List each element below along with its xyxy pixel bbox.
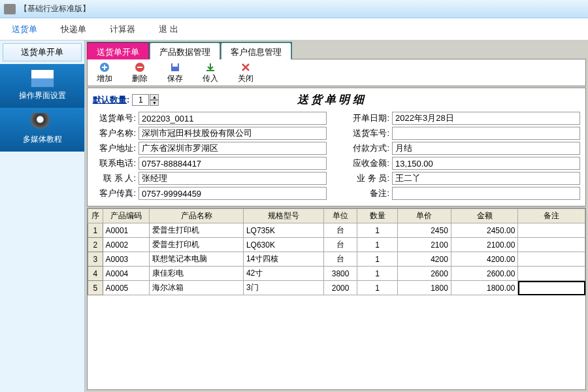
- headphone-icon: [31, 113, 54, 131]
- detail-table[interactable]: 序 产品编码 产品名称 规格型号 单位 数量 单价 金额 备注 1A0001爱普…: [88, 208, 585, 295]
- delete-icon: [133, 61, 146, 73]
- cell-seq[interactable]: 2: [88, 238, 103, 252]
- grid-icon: [31, 69, 54, 88]
- menu-delivery[interactable]: 送货单: [0, 18, 49, 41]
- delete-button[interactable]: 删除: [127, 61, 153, 84]
- cell-remark[interactable]: [518, 281, 585, 295]
- cell-unit[interactable]: 3800: [323, 267, 357, 281]
- import-button[interactable]: 传入: [197, 61, 223, 84]
- table-row[interactable]: 1A0001爱普生打印机LQ735K台124502450.00: [88, 223, 585, 238]
- vehicle-input[interactable]: [392, 127, 580, 140]
- cell-unit[interactable]: 台: [323, 252, 357, 267]
- cell-code[interactable]: A0001: [103, 223, 150, 238]
- customer-name-input[interactable]: [139, 127, 327, 140]
- cell-code[interactable]: A0003: [103, 252, 150, 267]
- col-amount[interactable]: 金额: [451, 209, 518, 223]
- table-row[interactable]: 5A0005海尔冰箱3门2000118001800.00: [88, 281, 585, 295]
- col-spec[interactable]: 规格型号: [243, 209, 323, 223]
- add-icon: [98, 61, 111, 73]
- sidebar-item-ui-settings[interactable]: 操作界面设置: [0, 64, 84, 108]
- cell-spec[interactable]: 14寸四核: [243, 252, 323, 267]
- cell-code[interactable]: A0002: [103, 238, 150, 252]
- cell-code[interactable]: A0004: [103, 267, 150, 281]
- contact-input[interactable]: [139, 172, 327, 185]
- remark-input[interactable]: [392, 187, 580, 200]
- detail-table-wrap: 序 产品编码 产品名称 规格型号 单位 数量 单价 金额 备注 1A0001爱普…: [87, 208, 586, 390]
- cell-name[interactable]: 海尔冰箱: [150, 281, 244, 295]
- cell-seq[interactable]: 1: [88, 223, 103, 238]
- cell-qty[interactable]: 1: [357, 267, 398, 281]
- cell-name[interactable]: 联想笔记本电脑: [150, 252, 244, 267]
- cell-name[interactable]: 爱普生打印机: [150, 238, 244, 252]
- cell-remark[interactable]: [518, 238, 585, 252]
- cell-price[interactable]: 2100: [397, 238, 451, 252]
- cell-name[interactable]: 康佳彩电: [150, 267, 244, 281]
- cell-unit[interactable]: 2000: [323, 281, 357, 295]
- titlebar: 【基础行业标准版】: [0, 0, 588, 18]
- cell-price[interactable]: 4200: [397, 252, 451, 267]
- receivable-input[interactable]: [392, 157, 580, 170]
- cell-seq[interactable]: 4: [88, 267, 103, 281]
- cell-qty[interactable]: 1: [357, 252, 398, 267]
- cell-remark[interactable]: [518, 267, 585, 281]
- cell-qty[interactable]: 1: [357, 238, 398, 252]
- fax-input[interactable]: [139, 187, 327, 200]
- cell-remark[interactable]: [518, 252, 585, 267]
- sidebar-header: 送货单开单: [3, 43, 82, 61]
- cell-code[interactable]: A0005: [103, 281, 150, 295]
- cell-price[interactable]: 1800: [397, 281, 451, 295]
- cell-qty[interactable]: 1: [357, 223, 398, 238]
- table-row[interactable]: 4A0004康佳彩电42寸3800126002600.00: [88, 267, 585, 281]
- customer-addr-input[interactable]: [139, 142, 327, 155]
- sidebar: 送货单开单 操作界面设置 多媒体教程: [0, 41, 85, 392]
- cell-seq[interactable]: 5: [88, 281, 103, 295]
- cell-remark[interactable]: [518, 223, 585, 238]
- tab-product-data[interactable]: 产品数据管理: [150, 42, 220, 59]
- cell-amount[interactable]: 4200.00: [451, 252, 518, 267]
- sidebar-item-label: 操作界面设置: [19, 91, 66, 100]
- cell-spec[interactable]: 3门: [243, 281, 323, 295]
- add-button[interactable]: 增加: [91, 61, 118, 84]
- menu-express[interactable]: 快递单: [49, 18, 98, 41]
- col-code[interactable]: 产品编码: [103, 209, 150, 223]
- tabs: 送货单开单 产品数据管理 客户信息管理: [87, 42, 586, 59]
- col-qty[interactable]: 数量: [357, 209, 398, 223]
- cell-qty[interactable]: 1: [357, 281, 398, 295]
- save-icon: [169, 61, 182, 73]
- col-unit[interactable]: 单位: [323, 209, 357, 223]
- order-no-input[interactable]: [139, 112, 327, 125]
- tab-delivery-order[interactable]: 送货单开单: [87, 42, 149, 59]
- cell-spec[interactable]: LQ630K: [243, 238, 323, 252]
- cell-amount[interactable]: 1800.00: [451, 281, 518, 295]
- phone-input[interactable]: [139, 157, 327, 170]
- cell-amount[interactable]: 2600.00: [451, 267, 518, 281]
- table-row[interactable]: 2A0002爱普生打印机LQ630K台121002100.00: [88, 238, 585, 252]
- cell-unit[interactable]: 台: [323, 223, 357, 238]
- table-row[interactable]: 3A0003联想笔记本电脑14寸四核台142004200.00: [88, 252, 585, 267]
- cell-unit[interactable]: 台: [323, 238, 357, 252]
- close-icon: [239, 61, 252, 73]
- sidebar-item-multimedia[interactable]: 多媒体教程: [0, 108, 84, 152]
- order-date-input[interactable]: [392, 112, 580, 125]
- pay-method-input[interactable]: [392, 142, 580, 155]
- col-seq[interactable]: 序: [88, 209, 103, 223]
- cell-spec[interactable]: 42寸: [243, 267, 323, 281]
- close-button[interactable]: 关闭: [233, 61, 259, 84]
- col-name[interactable]: 产品名称: [150, 209, 244, 223]
- cell-seq[interactable]: 3: [88, 252, 103, 267]
- salesman-input[interactable]: [392, 172, 580, 185]
- sidebar-item-label: 多媒体教程: [23, 135, 62, 144]
- cell-amount[interactable]: 2100.00: [451, 238, 518, 252]
- cell-price[interactable]: 2600: [397, 267, 451, 281]
- col-price[interactable]: 单价: [397, 209, 451, 223]
- menu-exit[interactable]: 退 出: [147, 18, 190, 41]
- tab-customer-info[interactable]: 客户信息管理: [221, 42, 291, 59]
- cell-price[interactable]: 2450: [397, 223, 451, 238]
- menu-calculator[interactable]: 计算器: [98, 18, 147, 41]
- save-button[interactable]: 保存: [162, 61, 188, 84]
- col-remark[interactable]: 备注: [518, 209, 585, 223]
- cell-spec[interactable]: LQ735K: [243, 223, 323, 238]
- cell-name[interactable]: 爱普生打印机: [150, 223, 244, 238]
- cell-amount[interactable]: 2450.00: [451, 223, 518, 238]
- svg-rect-3: [172, 63, 178, 67]
